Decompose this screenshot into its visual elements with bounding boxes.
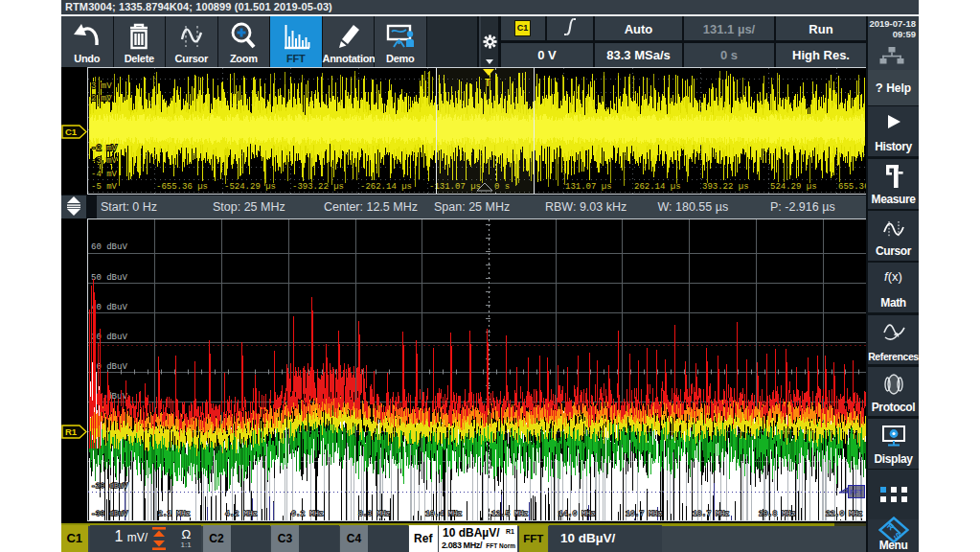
svg-text:-2 mV: -2 mV: [91, 144, 118, 153]
svg-text:8.3 MHz: 8.3 MHz: [358, 509, 391, 518]
svg-text:12.5 MHz: 12.5 MHz: [491, 509, 529, 518]
svg-text:655.36 µs: 655.36 µs: [838, 182, 867, 192]
svg-text:30 dBuV: 30 dBuV: [91, 333, 127, 342]
svg-text:60 dBuV: 60 dBuV: [91, 242, 127, 252]
svg-text:C1: C1: [65, 126, 78, 137]
svg-text:2.1 MHz: 2.1 MHz: [158, 509, 191, 518]
svg-text:16.7 MHz: 16.7 MHz: [626, 509, 663, 518]
svg-text:2 mV: 2 mV: [91, 94, 112, 104]
svg-text:3 mV: 3 mV: [91, 81, 112, 91]
svg-text:524.29 µs: 524.29 µs: [770, 182, 817, 192]
svg-text:-524.29 µs: -524.29 µs: [224, 182, 276, 192]
svg-text:-4 mV: -4 mV: [91, 170, 118, 179]
svg-text:6.2 MHz: 6.2 MHz: [291, 509, 324, 518]
svg-text:40 dBuV: 40 dBuV: [91, 303, 127, 312]
svg-text:4.2 MHz: 4.2 MHz: [225, 509, 258, 518]
svg-text:-30 dBuV: -30 dBuV: [91, 509, 128, 518]
svg-text:10.4 MHz: 10.4 MHz: [425, 509, 463, 518]
svg-text:18.7 MHz: 18.7 MHz: [693, 509, 730, 518]
svg-text:-262.14 µs: -262.14 µs: [360, 182, 412, 192]
svg-text:-5 mV: -5 mV: [91, 182, 118, 192]
svg-text:50 dBuV: 50 dBuV: [91, 273, 127, 283]
svg-text:22.9 MHz: 22.9 MHz: [826, 509, 863, 518]
svg-text:393.22 µs: 393.22 µs: [702, 182, 749, 192]
svg-text:T: T: [485, 78, 490, 88]
svg-text:262.14 µs: 262.14 µs: [634, 182, 681, 192]
svg-text:R1: R1: [65, 426, 78, 437]
svg-text:-393.22 µs: -393.22 µs: [292, 182, 344, 192]
svg-text:20 dBuV: 20 dBuV: [91, 362, 127, 372]
svg-text:20.8 MHz: 20.8 MHz: [759, 509, 796, 518]
svg-text:-655.36 µs: -655.36 µs: [156, 182, 208, 192]
svg-text:-3 mV: -3 mV: [91, 156, 118, 166]
svg-text:FFT: FFT: [850, 489, 863, 496]
svg-text:14.6 MHz: 14.6 MHz: [558, 509, 596, 518]
svg-text:-20 dBuV: -20 dBuV: [91, 481, 128, 490]
svg-text:131.07 µs: 131.07 µs: [565, 182, 612, 192]
